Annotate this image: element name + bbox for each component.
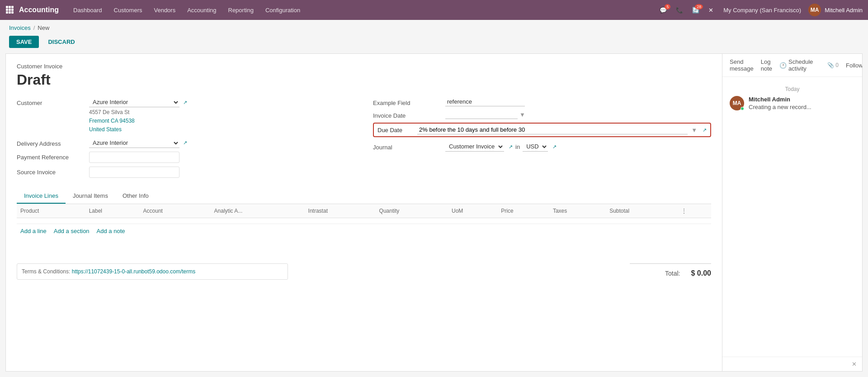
bottom-section: Terms & Conditions: https://11072439-15-… xyxy=(6,256,722,287)
currency-external-link[interactable]: ↗ xyxy=(552,144,557,150)
table-body xyxy=(17,218,711,224)
paperclip-icon: 📎 xyxy=(827,62,834,68)
message-avatar-initials: MA xyxy=(733,100,741,106)
due-date-dropdown-icon[interactable]: ▼ xyxy=(691,127,697,134)
journal-select[interactable]: Customer Invoice xyxy=(445,142,504,152)
message-avatar: MA xyxy=(730,96,744,110)
form-left-column: Customer Azure Interior ↗ 4557 De Silva xyxy=(17,97,355,181)
nav-configuration[interactable]: Configuration xyxy=(260,4,306,16)
follow-button[interactable]: Follow xyxy=(846,62,863,69)
total-section: Total: $ 0.00 xyxy=(630,263,711,277)
invoice-status: Draft xyxy=(17,72,711,88)
delivery-address-select[interactable]: Azure Interior xyxy=(89,138,179,148)
example-field-input[interactable] xyxy=(445,97,525,106)
svg-rect-0 xyxy=(6,6,8,8)
nav-vendors[interactable]: Vendors xyxy=(148,4,181,16)
customer-value: Azure Interior ↗ 4557 De Silva St Fremon… xyxy=(89,97,355,134)
add-line-link[interactable]: Add a line xyxy=(20,228,47,234)
add-note-link[interactable]: Add a note xyxy=(97,228,125,234)
nav-reporting[interactable]: Reporting xyxy=(223,4,259,16)
delivery-address-label: Delivery Address xyxy=(17,138,89,147)
breadcrumb-parent[interactable]: Invoices xyxy=(9,24,31,31)
invoice-date-calendar-icon[interactable]: ▼ xyxy=(519,111,525,118)
due-date-highlight-box: Due Date ▼ ↗ xyxy=(373,123,711,137)
delivery-address-value: Azure Interior ↗ xyxy=(89,138,355,148)
invoice-date-field-row: Invoice Date ▼ xyxy=(373,110,711,119)
col-label: Label xyxy=(85,204,140,218)
user-avatar: MA xyxy=(808,4,821,16)
schedule-activity-button[interactable]: 🕐 Schedule activity xyxy=(779,58,813,72)
empty-row xyxy=(17,218,711,224)
compose-close-icon[interactable]: ✕ xyxy=(852,361,857,367)
col-uom: UoM xyxy=(448,204,497,218)
customer-external-link[interactable]: ↗ xyxy=(183,100,187,105)
chatter-panel: Send message Log note 🕐 Schedule activit… xyxy=(722,53,863,372)
payment-ref-label: Payment Reference xyxy=(17,152,89,161)
payment-ref-input[interactable] xyxy=(89,152,179,163)
phone-icon-button[interactable]: 📞 xyxy=(673,5,686,15)
col-actions: ⋮ xyxy=(678,204,711,218)
address-line3: United States xyxy=(89,125,355,134)
customer-field-row: Customer Azure Interior ↗ 4557 De Silva xyxy=(17,97,355,134)
invoice-lines-table: Product Label Account Analytic A... Intr… xyxy=(17,204,711,224)
nav-dashboard[interactable]: Dashboard xyxy=(68,4,108,16)
grid-icon[interactable] xyxy=(5,5,14,15)
chatter-actions: Send message Log note 🕐 Schedule activit… xyxy=(722,54,862,77)
activity-icon-button[interactable]: 🔄 28 xyxy=(689,5,702,15)
col-product: Product xyxy=(17,204,85,218)
col-quantity: Quantity xyxy=(376,204,448,218)
message-text: Creating a new record... xyxy=(749,104,855,110)
discard-button[interactable]: DISCARD xyxy=(42,36,80,48)
source-invoice-label: Source Invoice xyxy=(17,167,89,176)
send-message-button[interactable]: Send message xyxy=(730,58,754,72)
tab-journal-items[interactable]: Journal Items xyxy=(66,189,115,204)
example-field-label: Example Field xyxy=(373,97,445,106)
address-line1: 4557 De Silva St xyxy=(89,108,355,117)
invoice-date-input[interactable] xyxy=(445,110,518,119)
table-header: Product Label Account Analytic A... Intr… xyxy=(17,204,711,218)
svg-rect-7 xyxy=(9,11,11,14)
customer-select[interactable]: Azure Interior xyxy=(89,97,179,107)
source-invoice-input[interactable] xyxy=(89,167,179,178)
example-field-row: Example Field xyxy=(373,97,711,106)
breadcrumb-separator: / xyxy=(33,24,35,31)
col-intrastat: Intrastat xyxy=(305,204,376,218)
log-note-button[interactable]: Log note xyxy=(761,58,772,72)
currency-select[interactable]: USD xyxy=(523,142,548,152)
save-button[interactable]: SAVE xyxy=(9,36,39,48)
form-columns: Customer Azure Interior ↗ 4557 De Silva xyxy=(17,97,711,181)
attachment-count: 📎 0 xyxy=(827,62,839,68)
invoice-date-label: Invoice Date xyxy=(373,110,445,119)
content-area: Customer Invoice Draft Customer Azure In… xyxy=(0,53,868,377)
nav-customers[interactable]: Customers xyxy=(108,4,148,16)
form-panel: Customer Invoice Draft Customer Azure In… xyxy=(5,53,722,372)
address-line2: Fremont CA 94538 xyxy=(89,117,355,125)
message-author: Mitchell Admin xyxy=(749,96,855,103)
chat-icon-button[interactable]: 💬 5 xyxy=(657,5,670,15)
due-date-input[interactable] xyxy=(417,125,688,134)
svg-rect-3 xyxy=(6,9,8,11)
payment-ref-field-row: Payment Reference xyxy=(17,152,355,163)
payment-ref-value xyxy=(89,152,355,163)
tab-invoice-lines[interactable]: Invoice Lines xyxy=(17,189,66,204)
nav-accounting[interactable]: Accounting xyxy=(182,4,222,16)
svg-rect-4 xyxy=(9,9,11,11)
top-nav: Accounting Dashboard Customers Vendors A… xyxy=(0,0,868,20)
terms-link[interactable]: https://11072439-15-0-all.runbot59.odoo.… xyxy=(72,268,196,275)
due-date-external-link[interactable]: ↗ xyxy=(703,127,707,133)
app-name: Accounting xyxy=(19,6,59,14)
add-section-link[interactable]: Add a section xyxy=(54,228,90,234)
col-account: Account xyxy=(140,204,211,218)
activity-badge: 28 xyxy=(695,4,703,10)
delivery-external-link[interactable]: ↗ xyxy=(183,140,187,146)
close-icon-button[interactable]: ✕ xyxy=(706,5,716,15)
message-item: MA Mitchell Admin Creating a new record.… xyxy=(730,96,855,110)
action-bar: SAVE DISCARD xyxy=(0,34,868,53)
tab-other-info[interactable]: Other Info xyxy=(115,189,156,204)
journal-external-link[interactable]: ↗ xyxy=(509,144,513,150)
svg-rect-1 xyxy=(9,6,11,8)
tabs: Invoice Lines Journal Items Other Info xyxy=(17,189,711,204)
source-invoice-field-row: Source Invoice xyxy=(17,167,355,178)
terms-label: Terms & Conditions: xyxy=(22,268,70,275)
svg-rect-2 xyxy=(11,6,14,8)
